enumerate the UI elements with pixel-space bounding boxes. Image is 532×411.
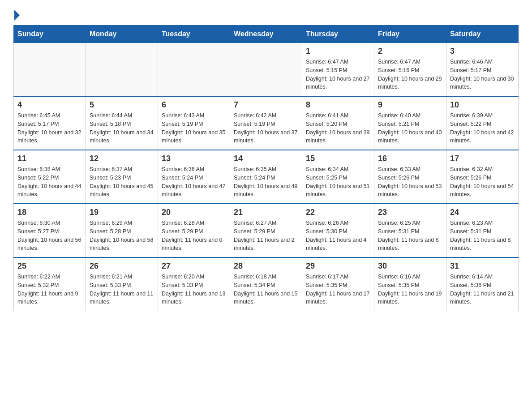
day-info: Sunrise: 6:17 AMSunset: 5:35 PMDaylight:… — [306, 273, 370, 306]
day-number: 4 — [17, 100, 82, 110]
day-number: 19 — [90, 208, 154, 217]
weekday-header-wednesday: Wednesday — [230, 26, 302, 43]
day-number: 1 — [306, 47, 370, 56]
calendar-cell: 30Sunrise: 6:16 AMSunset: 5:35 PMDayligh… — [374, 257, 446, 311]
day-info: Sunrise: 6:27 AMSunset: 5:29 PMDaylight:… — [234, 219, 298, 253]
day-info: Sunrise: 6:25 AMSunset: 5:31 PMDaylight:… — [378, 219, 442, 253]
calendar-cell: 17Sunrise: 6:32 AMSunset: 5:26 PMDayligh… — [446, 150, 519, 204]
calendar-cell: 21Sunrise: 6:27 AMSunset: 5:29 PMDayligh… — [230, 204, 302, 257]
day-number: 20 — [162, 208, 226, 217]
logo — [13, 9, 20, 21]
calendar-cell: 8Sunrise: 6:41 AMSunset: 5:20 PMDaylight… — [302, 96, 374, 150]
calendar-cell: 20Sunrise: 6:28 AMSunset: 5:29 PMDayligh… — [158, 204, 230, 257]
day-info: Sunrise: 6:21 AMSunset: 5:33 PMDaylight:… — [90, 273, 154, 306]
day-number: 18 — [17, 208, 82, 217]
day-number: 27 — [162, 261, 226, 271]
day-info: Sunrise: 6:14 AMSunset: 5:36 PMDaylight:… — [450, 273, 515, 306]
day-number: 6 — [162, 100, 226, 110]
day-info: Sunrise: 6:38 AMSunset: 5:22 PMDaylight:… — [17, 165, 82, 199]
day-info: Sunrise: 6:36 AMSunset: 5:24 PMDaylight:… — [162, 165, 226, 199]
day-number: 29 — [306, 261, 370, 271]
calendar-cell: 15Sunrise: 6:34 AMSunset: 5:25 PMDayligh… — [302, 150, 374, 204]
day-number: 24 — [450, 208, 515, 217]
day-number: 15 — [306, 154, 370, 163]
calendar-cell: 13Sunrise: 6:36 AMSunset: 5:24 PMDayligh… — [158, 150, 230, 204]
calendar-cell: 5Sunrise: 6:44 AMSunset: 5:18 PMDaylight… — [86, 96, 158, 150]
day-info: Sunrise: 6:40 AMSunset: 5:21 PMDaylight:… — [378, 111, 442, 145]
day-number: 9 — [378, 100, 442, 110]
calendar-week-row: 1Sunrise: 6:47 AMSunset: 5:15 PMDaylight… — [14, 43, 519, 97]
weekday-header-thursday: Thursday — [302, 26, 374, 43]
calendar-cell: 3Sunrise: 6:46 AMSunset: 5:17 PMDaylight… — [446, 43, 519, 97]
day-number: 26 — [90, 261, 154, 271]
day-info: Sunrise: 6:23 AMSunset: 5:31 PMDaylight:… — [450, 219, 515, 253]
logo-triangle-icon — [14, 10, 20, 21]
day-info: Sunrise: 6:44 AMSunset: 5:18 PMDaylight:… — [90, 111, 154, 145]
calendar-cell: 16Sunrise: 6:33 AMSunset: 5:26 PMDayligh… — [374, 150, 446, 204]
header — [13, 9, 519, 21]
calendar-table: SundayMondayTuesdayWednesdayThursdayFrid… — [13, 25, 519, 311]
day-info: Sunrise: 6:34 AMSunset: 5:25 PMDaylight:… — [306, 165, 370, 199]
calendar-cell: 22Sunrise: 6:26 AMSunset: 5:30 PMDayligh… — [302, 204, 374, 257]
day-number: 16 — [378, 154, 442, 163]
calendar-cell: 7Sunrise: 6:42 AMSunset: 5:19 PMDaylight… — [230, 96, 302, 150]
day-info: Sunrise: 6:32 AMSunset: 5:26 PMDaylight:… — [450, 165, 515, 199]
calendar-cell: 11Sunrise: 6:38 AMSunset: 5:22 PMDayligh… — [14, 150, 86, 204]
calendar-week-row: 4Sunrise: 6:45 AMSunset: 5:17 PMDaylight… — [14, 96, 519, 150]
day-info: Sunrise: 6:20 AMSunset: 5:33 PMDaylight:… — [162, 273, 226, 306]
weekday-header-friday: Friday — [374, 26, 446, 43]
calendar-cell: 27Sunrise: 6:20 AMSunset: 5:33 PMDayligh… — [158, 257, 230, 311]
calendar-cell: 25Sunrise: 6:22 AMSunset: 5:32 PMDayligh… — [14, 257, 86, 311]
day-info: Sunrise: 6:16 AMSunset: 5:35 PMDaylight:… — [378, 273, 442, 306]
day-info: Sunrise: 6:18 AMSunset: 5:34 PMDaylight:… — [234, 273, 298, 306]
calendar-cell: 4Sunrise: 6:45 AMSunset: 5:17 PMDaylight… — [14, 96, 86, 150]
day-info: Sunrise: 6:29 AMSunset: 5:28 PMDaylight:… — [90, 219, 154, 253]
calendar-week-row: 25Sunrise: 6:22 AMSunset: 5:32 PMDayligh… — [14, 257, 519, 311]
day-info: Sunrise: 6:30 AMSunset: 5:27 PMDaylight:… — [17, 219, 82, 253]
day-number: 5 — [90, 100, 154, 110]
calendar-cell: 12Sunrise: 6:37 AMSunset: 5:23 PMDayligh… — [86, 150, 158, 204]
weekday-header-saturday: Saturday — [446, 26, 519, 43]
calendar-cell — [158, 43, 230, 97]
day-info: Sunrise: 6:37 AMSunset: 5:23 PMDaylight:… — [90, 165, 154, 199]
day-number: 17 — [450, 154, 515, 163]
day-info: Sunrise: 6:46 AMSunset: 5:17 PMDaylight:… — [450, 58, 515, 91]
weekday-header-tuesday: Tuesday — [158, 26, 230, 43]
day-info: Sunrise: 6:39 AMSunset: 5:22 PMDaylight:… — [450, 111, 515, 145]
calendar-cell: 2Sunrise: 6:47 AMSunset: 5:16 PMDaylight… — [374, 43, 446, 97]
calendar-cell — [14, 43, 86, 97]
calendar-cell — [230, 43, 302, 97]
calendar-cell: 29Sunrise: 6:17 AMSunset: 5:35 PMDayligh… — [302, 257, 374, 311]
calendar-week-row: 11Sunrise: 6:38 AMSunset: 5:22 PMDayligh… — [14, 150, 519, 204]
day-info: Sunrise: 6:28 AMSunset: 5:29 PMDaylight:… — [162, 219, 226, 253]
day-info: Sunrise: 6:41 AMSunset: 5:20 PMDaylight:… — [306, 111, 370, 145]
day-info: Sunrise: 6:43 AMSunset: 5:19 PMDaylight:… — [162, 111, 226, 145]
day-number: 21 — [234, 208, 298, 217]
weekday-header-row: SundayMondayTuesdayWednesdayThursdayFrid… — [14, 26, 519, 43]
day-info: Sunrise: 6:47 AMSunset: 5:15 PMDaylight:… — [306, 58, 370, 91]
calendar-week-row: 18Sunrise: 6:30 AMSunset: 5:27 PMDayligh… — [14, 204, 519, 257]
calendar-cell: 6Sunrise: 6:43 AMSunset: 5:19 PMDaylight… — [158, 96, 230, 150]
calendar-cell: 9Sunrise: 6:40 AMSunset: 5:21 PMDaylight… — [374, 96, 446, 150]
day-number: 22 — [306, 208, 370, 217]
day-info: Sunrise: 6:35 AMSunset: 5:24 PMDaylight:… — [234, 165, 298, 199]
day-number: 31 — [450, 261, 515, 271]
day-info: Sunrise: 6:26 AMSunset: 5:30 PMDaylight:… — [306, 219, 370, 253]
weekday-header-monday: Monday — [86, 26, 158, 43]
calendar-cell: 19Sunrise: 6:29 AMSunset: 5:28 PMDayligh… — [86, 204, 158, 257]
day-info: Sunrise: 6:42 AMSunset: 5:19 PMDaylight:… — [234, 111, 298, 145]
day-info: Sunrise: 6:45 AMSunset: 5:17 PMDaylight:… — [17, 111, 82, 145]
day-number: 3 — [450, 47, 515, 56]
calendar-cell: 26Sunrise: 6:21 AMSunset: 5:33 PMDayligh… — [86, 257, 158, 311]
day-number: 13 — [162, 154, 226, 163]
weekday-header-sunday: Sunday — [14, 26, 86, 43]
day-info: Sunrise: 6:33 AMSunset: 5:26 PMDaylight:… — [378, 165, 442, 199]
day-number: 2 — [378, 47, 442, 56]
day-number: 23 — [378, 208, 442, 217]
day-info: Sunrise: 6:22 AMSunset: 5:32 PMDaylight:… — [17, 273, 82, 306]
day-number: 14 — [234, 154, 298, 163]
day-number: 10 — [450, 100, 515, 110]
day-number: 25 — [17, 261, 82, 271]
calendar-cell: 1Sunrise: 6:47 AMSunset: 5:15 PMDaylight… — [302, 43, 374, 97]
day-number: 7 — [234, 100, 298, 110]
